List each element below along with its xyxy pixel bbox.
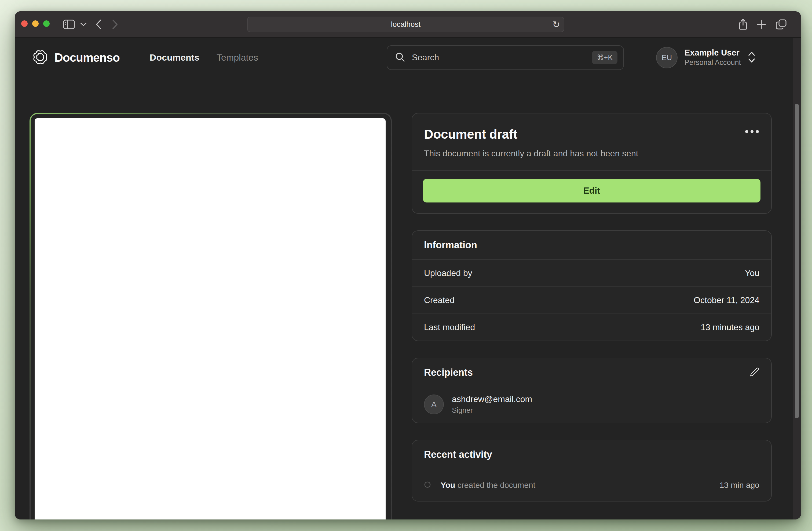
- reload-icon[interactable]: ↻: [552, 20, 560, 29]
- address-bar[interactable]: localhost ↻: [247, 17, 564, 32]
- activity-actor: You: [440, 481, 455, 489]
- document-status-title: Document draft: [424, 127, 759, 142]
- recent-activity-card-header: Recent activity: [412, 440, 771, 469]
- zoom-window-button[interactable]: [43, 20, 50, 27]
- activity-bullet-icon: [424, 481, 431, 489]
- forward-button[interactable]: [109, 11, 121, 38]
- document-status-card: Document draft This document is currentl…: [412, 113, 772, 214]
- user-account-type: Personal Account: [684, 58, 741, 67]
- recipient-email: ashdrew@email.com: [452, 394, 532, 404]
- chevrons-up-down-icon: [748, 51, 755, 64]
- new-tab-icon[interactable]: [755, 11, 768, 38]
- document-details-panel: Document draft This document is currentl…: [412, 113, 772, 501]
- documenso-app: Documenso Documents Templates Search ⌘+K…: [15, 38, 801, 519]
- activity-row: You created the document 13 min ago: [412, 469, 771, 501]
- tab-overview-icon[interactable]: [774, 11, 788, 38]
- user-info: Example User Personal Account: [684, 48, 741, 68]
- recipient-avatar: A: [424, 395, 444, 414]
- information-card-header: Information: [412, 231, 771, 260]
- activity-action: created the document: [458, 481, 535, 489]
- document-status-subtitle: This document is currently a draft and h…: [424, 149, 759, 159]
- search-input[interactable]: Search ⌘+K: [387, 45, 624, 70]
- app-header: Documenso Documents Templates Search ⌘+K…: [15, 38, 793, 77]
- info-label: Uploaded by: [424, 268, 472, 278]
- edit-button[interactable]: Edit: [423, 179, 760, 203]
- info-label: Last modified: [424, 322, 475, 332]
- browser-toolbar: localhost ↻: [15, 11, 801, 38]
- info-value: 13 minutes ago: [701, 322, 759, 332]
- sidebar-toggle-icon[interactable]: [62, 11, 75, 38]
- info-label: Created: [424, 295, 454, 305]
- user-menu[interactable]: EU Example User Personal Account: [656, 47, 755, 69]
- recent-activity-card: Recent activity You created the document…: [412, 440, 772, 501]
- document-page: [34, 118, 386, 519]
- search-shortcut-badge: ⌘+K: [592, 51, 618, 64]
- close-window-button[interactable]: [21, 20, 28, 27]
- search-placeholder: Search: [412, 53, 585, 62]
- activity-timestamp: 13 min ago: [720, 481, 759, 490]
- info-value: You: [745, 268, 759, 278]
- safari-window: localhost ↻: [15, 11, 801, 519]
- edit-recipients-pencil-icon[interactable]: [750, 367, 759, 378]
- info-row-created: Created October 11, 2024: [412, 286, 771, 313]
- scrollbar-track[interactable]: [793, 38, 801, 519]
- minimize-window-button[interactable]: [32, 20, 39, 27]
- window-controls: [21, 20, 50, 27]
- nav-documents[interactable]: Documents: [150, 52, 199, 63]
- brand-name: Documenso: [55, 51, 120, 64]
- recipient-info: ashdrew@email.com Signer: [452, 394, 532, 415]
- documenso-logo-icon: [32, 49, 48, 67]
- search-icon: [395, 52, 405, 63]
- document-preview-frame: [30, 113, 392, 519]
- document-preview-inner: [31, 114, 391, 519]
- sidebar-chevron-down-icon[interactable]: [78, 11, 88, 38]
- info-value: October 11, 2024: [694, 295, 759, 305]
- user-avatar: EU: [656, 47, 678, 69]
- recent-activity-title: Recent activity: [424, 449, 492, 460]
- recipient-role: Signer: [452, 406, 532, 415]
- status-card-header: Document draft This document is currentl…: [412, 114, 771, 170]
- address-bar-url: localhost: [391, 20, 421, 29]
- user-name: Example User: [684, 48, 741, 58]
- recipient-row[interactable]: A ashdrew@email.com Signer: [412, 387, 771, 423]
- document-options-menu-icon[interactable]: [743, 129, 760, 135]
- information-title: Information: [424, 239, 477, 251]
- documenso-logo[interactable]: Documenso: [32, 49, 120, 67]
- main-nav: Documents Templates: [150, 52, 258, 63]
- back-button[interactable]: [92, 11, 105, 38]
- share-icon[interactable]: [737, 11, 750, 38]
- desktop: { "browser": { "url": "localhost", "relo…: [0, 0, 812, 531]
- recipients-card: Recipients A ashdrew@email.com Signer: [412, 358, 772, 423]
- status-card-footer: Edit: [412, 170, 771, 213]
- recipients-title: Recipients: [424, 367, 473, 378]
- activity-text: You created the document: [440, 481, 710, 490]
- information-card: Information Uploaded by You Created Octo…: [412, 230, 772, 341]
- info-row-last-modified: Last modified 13 minutes ago: [412, 313, 771, 341]
- scrollbar-thumb[interactable]: [795, 104, 799, 418]
- nav-templates[interactable]: Templates: [217, 52, 258, 63]
- recipients-card-header: Recipients: [412, 358, 771, 387]
- info-row-uploaded-by: Uploaded by You: [412, 260, 771, 286]
